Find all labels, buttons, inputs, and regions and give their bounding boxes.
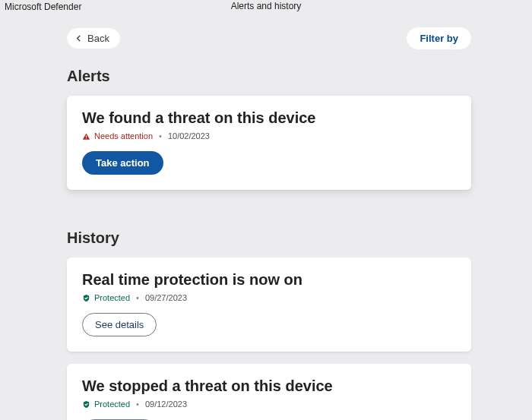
history-date: 09/27/2023	[145, 293, 187, 302]
status-needs-attention: Needs attention	[82, 131, 153, 141]
separator-dot: •	[159, 131, 162, 141]
see-details-button[interactable]: See details	[82, 313, 157, 336]
take-action-button[interactable]: Take action	[82, 151, 163, 175]
alert-card: We found a threat on this device Needs a…	[67, 96, 471, 190]
alert-title: We found a threat on this device	[82, 109, 456, 127]
status-label: Protected	[94, 399, 130, 409]
page-title: Alerts and history	[231, 1, 302, 11]
svg-rect-0	[86, 135, 87, 137]
history-card: Real time protection is now on Protected…	[67, 257, 471, 352]
shield-check-icon	[82, 294, 90, 302]
history-date: 09/12/2023	[145, 399, 187, 409]
alert-date: 10/02/2023	[168, 131, 210, 141]
app-name: Microsoft Defender	[5, 2, 81, 12]
history-title: Real time protection is now on	[82, 271, 456, 289]
separator-dot: •	[136, 399, 139, 409]
status-label: Protected	[94, 293, 130, 302]
back-label: Back	[87, 33, 109, 44]
back-button[interactable]: Back	[67, 28, 120, 49]
alerts-section-title: Alerts	[67, 68, 471, 85]
history-title: We stopped a threat on this device	[82, 377, 456, 395]
chevron-left-icon	[74, 34, 83, 43]
shield-check-icon	[82, 400, 90, 409]
status-protected: Protected	[82, 293, 130, 302]
status-protected: Protected	[82, 399, 130, 409]
separator-dot: •	[136, 293, 139, 302]
filter-button[interactable]: Filter by	[407, 27, 471, 49]
history-section-title: History	[67, 229, 471, 247]
warning-triangle-icon	[82, 132, 90, 141]
filter-label: Filter by	[420, 33, 458, 44]
history-card: We stopped a threat on this device Prote…	[67, 364, 471, 420]
status-label: Needs attention	[94, 131, 153, 141]
svg-rect-1	[86, 137, 87, 138]
